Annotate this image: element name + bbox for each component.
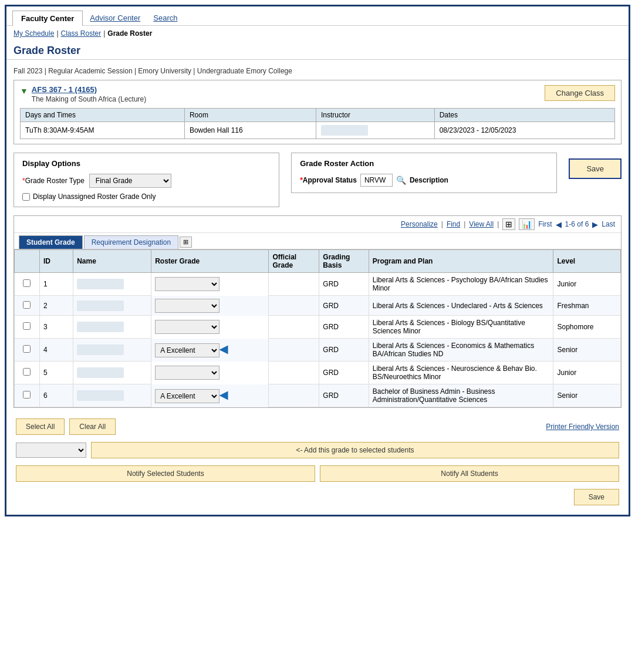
page-title: Grade Roster <box>6 41 629 60</box>
row-grading-basis: GRD <box>319 339 369 362</box>
row-level: Junior <box>553 273 621 296</box>
roster-toolbar: Personalize | Find | View All | ⊞ 📊 Firs… <box>14 216 621 233</box>
row-official-grade <box>269 316 319 339</box>
options-action-row: Display Options *Grade Roster Type Final… <box>13 153 622 207</box>
col-check <box>15 250 40 273</box>
roster-grade-select[interactable]: A ExcellentB GoodC SatisfactoryD PoorF F… <box>155 366 219 380</box>
breadcrumb-class-roster[interactable]: Class Roster <box>61 29 102 38</box>
grade-arrow-icon: ◀ <box>219 389 228 401</box>
class-details: AFS 367 - 1 (4165) The Making of South A… <box>32 85 146 103</box>
save-button-top[interactable]: Save <box>569 158 622 179</box>
row-checkbox[interactable] <box>23 279 31 287</box>
pagination-info: 1-6 of 6 <box>565 220 589 228</box>
col-instructor: Instructor <box>316 109 434 122</box>
breadcrumb-my-schedule[interactable]: My Schedule <box>13 29 54 38</box>
bottom-buttons: Select All Clear All Printer Friendly Ve… <box>13 414 622 440</box>
row-program-plan: Liberal Arts & Sciences - Neuroscience &… <box>369 362 553 384</box>
col-program-plan: Program and Plan <box>369 250 553 273</box>
next-arrow[interactable]: ▶ <box>592 220 598 229</box>
change-class-button[interactable]: Change Class <box>545 85 615 101</box>
grade-roster-area: Personalize | Find | View All | ⊞ 📊 Firs… <box>13 215 622 408</box>
col-id: ID <box>39 250 73 273</box>
approval-row: *Approval Status 🔍 Description <box>300 174 548 187</box>
row-roster-grade: A ExcellentB GoodC SatisfactoryD PoorF F… <box>151 339 269 362</box>
session-info: Fall 2023 | Regular Academic Session | E… <box>13 67 622 75</box>
tab-requirement-designation[interactable]: Requirement Designation <box>84 235 178 249</box>
row-grading-basis: GRD <box>319 273 369 296</box>
unassigned-checkbox[interactable] <box>22 193 30 201</box>
row-checkbox[interactable] <box>23 391 31 399</box>
prev-arrow[interactable]: ◀ <box>556 220 562 229</box>
tab-student-grade[interactable]: Student Grade <box>19 235 83 249</box>
add-grade-row: A Excellent B Good <- Add this grade to … <box>13 440 622 463</box>
save-button-bottom[interactable]: Save <box>574 489 619 505</box>
instructor-blurred <box>321 125 368 136</box>
select-all-button[interactable]: Select All <box>16 418 65 435</box>
row-official-grade <box>269 339 319 362</box>
clear-all-button[interactable]: Clear All <box>69 418 116 435</box>
tab-icon[interactable]: ⊞ <box>180 237 192 248</box>
notify-row: Notify Selected Students Notify All Stud… <box>13 463 622 487</box>
table-row: 3 A ExcellentB GoodC SatisfactoryD PoorF… <box>15 316 621 339</box>
first-nav[interactable]: First <box>538 220 552 228</box>
row-name <box>73 339 151 362</box>
last-nav[interactable]: Last <box>602 220 615 228</box>
col-grading-basis: GradingBasis <box>319 250 369 273</box>
grade-roster-type-select[interactable]: Final Grade Midterm Grade <box>89 174 171 188</box>
col-official-grade: OfficialGrade <box>269 250 319 273</box>
roster-grade-select[interactable]: A ExcellentB GoodC SatisfactoryD PoorF F… <box>155 343 219 357</box>
row-roster-grade: A ExcellentB GoodC SatisfactoryD PoorF F… <box>151 384 269 407</box>
row-checkbox[interactable] <box>23 322 31 330</box>
name-blurred <box>77 322 124 332</box>
expand-icon[interactable]: ▼ <box>20 86 28 96</box>
col-level: Level <box>553 250 621 273</box>
class-info-box: ▼ AFS 367 - 1 (4165) The Making of South… <box>13 80 622 144</box>
view-all-link[interactable]: View All <box>469 220 494 228</box>
find-link[interactable]: Find <box>447 220 460 228</box>
schedule-row: TuTh 8:30AM-9:45AM Bowden Hall 116 08/23… <box>21 122 615 139</box>
row-roster-grade: A ExcellentB GoodC SatisfactoryD PoorF F… <box>151 316 269 339</box>
save-btn-area: Save <box>569 153 622 179</box>
row-program-plan: Liberal Arts & Sciences - Undeclared - A… <box>369 296 553 316</box>
add-grade-button[interactable]: <- Add this grade to selected students <box>91 442 619 458</box>
description-label: Description <box>410 176 448 184</box>
instructor-cell <box>316 122 434 139</box>
row-program-plan: Liberal Arts & Sciences - Biology BS/Qua… <box>369 316 553 339</box>
add-grade-select[interactable]: A Excellent B Good <box>16 443 86 458</box>
col-name: Name <box>73 250 151 273</box>
notify-selected-button[interactable]: Notify Selected Students <box>16 465 315 482</box>
roster-grade-select[interactable]: A ExcellentB GoodC SatisfactoryD PoorF F… <box>155 277 219 291</box>
class-code-link[interactable]: AFS 367 - 1 (4165) <box>32 85 146 94</box>
breadcrumb-current: Grade Roster <box>107 29 152 38</box>
class-info-header: ▼ AFS 367 - 1 (4165) The Making of South… <box>20 85 615 103</box>
row-level: Sophomore <box>553 316 621 339</box>
tab-search[interactable]: Search <box>147 11 183 25</box>
tab-faculty-center[interactable]: Faculty Center <box>12 11 83 26</box>
grid-icon-btn[interactable]: ⊞ <box>502 218 515 230</box>
row-checkbox[interactable] <box>23 301 31 309</box>
table-row: 1 A ExcellentB GoodC SatisfactoryD PoorF… <box>15 273 621 296</box>
row-grading-basis: GRD <box>319 362 369 384</box>
notify-all-button[interactable]: Notify All Students <box>320 465 619 482</box>
row-grading-basis: GRD <box>319 316 369 339</box>
approval-input[interactable] <box>360 174 393 187</box>
col-days-times: Days and Times <box>21 109 185 122</box>
tab-advisor-center[interactable]: Advisor Center <box>84 11 146 25</box>
row-checkbox[interactable] <box>23 368 31 376</box>
row-num: 3 <box>39 316 73 339</box>
row-name <box>73 384 151 407</box>
room-cell: Bowden Hall 116 <box>184 122 316 139</box>
roster-grade-select[interactable]: A ExcellentB GoodC SatisfactoryD PoorF F… <box>155 299 219 313</box>
bottom-save-row: Save <box>13 487 622 511</box>
roster-grade-select[interactable]: A ExcellentB GoodC SatisfactoryD PoorF F… <box>155 389 219 403</box>
row-name <box>73 296 151 316</box>
chart-icon-btn[interactable]: 📊 <box>519 218 535 230</box>
roster-grade-select[interactable]: A ExcellentB GoodC SatisfactoryD PoorF F… <box>155 320 219 334</box>
personalize-link[interactable]: Personalize <box>401 220 438 228</box>
row-checkbox[interactable] <box>23 345 31 353</box>
unassigned-checkbox-row: Display Unassigned Roster Grade Only <box>22 193 271 201</box>
inner-tabs: Student Grade Requirement Designation ⊞ <box>14 233 621 249</box>
approval-search-icon[interactable]: 🔍 <box>396 175 406 185</box>
printer-friendly-link[interactable]: Printer Friendly Version <box>546 423 619 431</box>
row-program-plan: Liberal Arts & Sciences - Economics & Ma… <box>369 339 553 362</box>
